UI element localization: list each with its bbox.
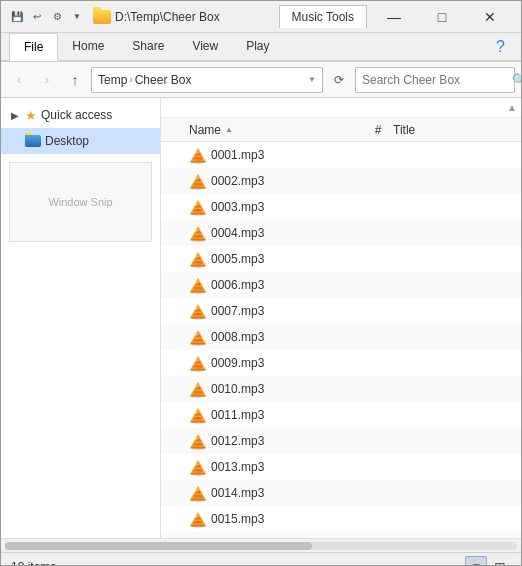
svg-point-8 bbox=[190, 187, 206, 190]
svg-marker-61 bbox=[193, 469, 203, 472]
folder-icon bbox=[93, 10, 111, 24]
breadcrumb-temp: Temp bbox=[98, 73, 127, 87]
status-item-count: 18 items bbox=[11, 560, 56, 567]
music-tools-tab[interactable]: Music Tools bbox=[279, 5, 367, 28]
file-item[interactable]: 0003.mp3 bbox=[161, 194, 521, 220]
tab-play[interactable]: Play bbox=[232, 33, 283, 60]
svg-point-13 bbox=[190, 213, 206, 216]
file-name-text: 0015.mp3 bbox=[211, 512, 363, 526]
tab-view[interactable]: View bbox=[178, 33, 232, 60]
col-title-header[interactable]: Title bbox=[393, 123, 513, 137]
up-button[interactable]: ↑ bbox=[63, 68, 87, 92]
file-item[interactable]: 0009.mp3 bbox=[161, 350, 521, 376]
main-content: ▶ ★ Quick access Desktop Window Snip ▲ N… bbox=[1, 98, 521, 538]
properties-icon: ⚙ bbox=[49, 9, 65, 25]
title-bar: 💾 ↩ ⚙ ▼ D:\Temp\Cheer Box Music Tools — … bbox=[1, 1, 521, 33]
hscroll-bar bbox=[5, 542, 517, 550]
view-tiles-button[interactable]: ⊞ bbox=[489, 556, 511, 567]
address-bar[interactable]: Temp › Cheer Box ▼ bbox=[91, 67, 323, 93]
file-item[interactable]: 0001.mp3 bbox=[161, 142, 521, 168]
sidebar: ▶ ★ Quick access Desktop Window Snip bbox=[1, 98, 161, 538]
sort-arrow-icon: ▲ bbox=[225, 125, 233, 134]
vlc-icon bbox=[189, 484, 207, 502]
star-icon: ★ bbox=[25, 108, 37, 123]
hscroll-area[interactable] bbox=[1, 538, 521, 552]
file-item[interactable]: 0006.mp3 bbox=[161, 272, 521, 298]
address-dropdown-icon[interactable]: ▼ bbox=[308, 75, 316, 84]
file-item[interactable]: 0004.mp3 bbox=[161, 220, 521, 246]
file-list-container[interactable]: ▲ Name ▲ # Title bbox=[161, 98, 521, 538]
file-name-cell: 0016.mp3 bbox=[189, 536, 363, 538]
file-name-cell: 0006.mp3 bbox=[189, 276, 363, 294]
title-bar-icons: 💾 ↩ ⚙ ▼ bbox=[9, 9, 85, 25]
file-items-container: 0001.mp3 0002.mp3 bbox=[161, 142, 521, 538]
svg-point-58 bbox=[190, 447, 206, 450]
back-button[interactable]: ‹ bbox=[7, 68, 31, 92]
file-item[interactable]: 0010.mp3 bbox=[161, 376, 521, 402]
file-name-text: 0012.mp3 bbox=[211, 434, 363, 448]
sidebar-item-quick-access[interactable]: ▶ ★ Quick access bbox=[1, 102, 160, 128]
file-name-cell: 0015.mp3 bbox=[189, 510, 363, 528]
file-item[interactable]: 0007.mp3 bbox=[161, 298, 521, 324]
file-item[interactable]: 0012.mp3 bbox=[161, 428, 521, 454]
svg-marker-21 bbox=[193, 261, 203, 264]
file-name-cell: 0011.mp3 bbox=[189, 406, 363, 424]
col-num-header[interactable]: # bbox=[363, 123, 393, 137]
address-bar-row: ‹ › ↑ Temp › Cheer Box ▼ ⟳ 🔍 bbox=[1, 62, 521, 98]
search-input[interactable] bbox=[362, 73, 512, 87]
title-controls: — □ ✕ bbox=[371, 1, 513, 33]
file-item[interactable]: 0016.mp3 bbox=[161, 532, 521, 538]
file-item[interactable]: 0002.mp3 bbox=[161, 168, 521, 194]
vlc-icon bbox=[189, 458, 207, 476]
vlc-icon bbox=[189, 510, 207, 528]
file-name-text: 0014.mp3 bbox=[211, 486, 363, 500]
title-path: D:\Temp\Cheer Box bbox=[115, 10, 279, 24]
svg-marker-41 bbox=[193, 365, 203, 368]
help-icon[interactable]: ? bbox=[488, 33, 513, 60]
svg-marker-11 bbox=[193, 209, 203, 212]
file-list-header: Name ▲ # Title bbox=[161, 118, 521, 142]
file-item[interactable]: 0013.mp3 bbox=[161, 454, 521, 480]
forward-button[interactable]: › bbox=[35, 68, 59, 92]
svg-marker-51 bbox=[193, 417, 203, 420]
search-box[interactable]: 🔍 bbox=[355, 67, 515, 93]
file-name-cell: 0005.mp3 bbox=[189, 250, 363, 268]
file-item[interactable]: 0011.mp3 bbox=[161, 402, 521, 428]
refresh-button[interactable]: ⟳ bbox=[327, 68, 351, 92]
svg-marker-31 bbox=[193, 313, 203, 316]
desktop-folder-icon bbox=[25, 135, 41, 147]
file-item[interactable]: 0014.mp3 bbox=[161, 480, 521, 506]
sidebar-item-desktop[interactable]: Desktop bbox=[1, 128, 160, 154]
sidebar-label-quick-access: Quick access bbox=[41, 108, 112, 122]
tab-share[interactable]: Share bbox=[118, 33, 178, 60]
ribbon-tabs: File Home Share View Play ? bbox=[1, 33, 521, 61]
svg-marker-46 bbox=[193, 391, 203, 394]
search-icon: 🔍 bbox=[512, 73, 522, 87]
file-name-cell: 0007.mp3 bbox=[189, 302, 363, 320]
vlc-icon bbox=[189, 380, 207, 398]
file-name-text: 0007.mp3 bbox=[211, 304, 363, 318]
file-name-cell: 0004.mp3 bbox=[189, 224, 363, 242]
hscroll-thumb[interactable] bbox=[5, 542, 312, 550]
tab-file[interactable]: File bbox=[9, 33, 58, 61]
breadcrumb: Temp › Cheer Box bbox=[98, 73, 308, 87]
col-name-header[interactable]: Name ▲ bbox=[189, 123, 363, 137]
minimize-button[interactable]: — bbox=[371, 1, 417, 33]
file-item[interactable]: 0005.mp3 bbox=[161, 246, 521, 272]
view-details-button[interactable]: ≡ bbox=[465, 556, 487, 567]
window-snip-area: Window Snip bbox=[9, 162, 152, 242]
scroll-up-indicator[interactable]: ▲ bbox=[161, 98, 521, 118]
sidebar-label-desktop: Desktop bbox=[45, 134, 89, 148]
close-button[interactable]: ✕ bbox=[467, 1, 513, 33]
file-item[interactable]: 0008.mp3 bbox=[161, 324, 521, 350]
svg-point-28 bbox=[190, 291, 206, 294]
file-name-text: 0010.mp3 bbox=[211, 382, 363, 396]
file-item[interactable]: 0015.mp3 bbox=[161, 506, 521, 532]
maximize-button[interactable]: □ bbox=[419, 1, 465, 33]
col-name-label: Name bbox=[189, 123, 221, 137]
tab-home[interactable]: Home bbox=[58, 33, 118, 60]
vlc-icon bbox=[189, 406, 207, 424]
file-name-cell: 0001.mp3 bbox=[189, 146, 363, 164]
svg-point-18 bbox=[190, 239, 206, 242]
vlc-icon bbox=[189, 276, 207, 294]
